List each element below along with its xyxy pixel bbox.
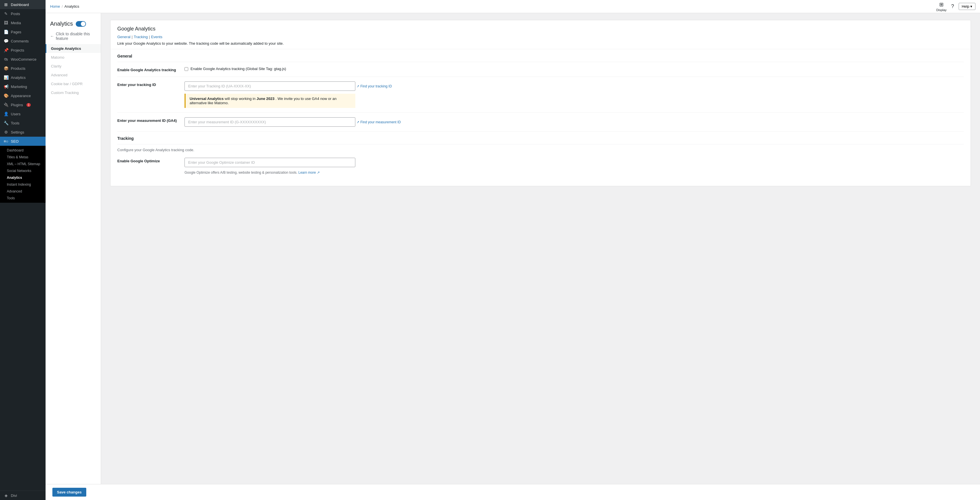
find-tracking-id-link[interactable]: ↗ Find your tracking ID [356, 84, 392, 88]
plugins-badge: 1 [27, 103, 31, 107]
seo-submenu-item-dashboard[interactable]: Dashboard [0, 147, 46, 154]
enable-ga-checkbox[interactable] [185, 67, 188, 71]
external-link-icon: ↗ [356, 84, 359, 88]
seo-submenu-item-titles[interactable]: Titles & Metas [0, 154, 46, 161]
tools-icon: 🔧 [3, 121, 8, 125]
card-body: General Enable Google Analytics tracking… [110, 49, 970, 186]
breadcrumb-current: Analytics [64, 4, 79, 8]
sidebar-bottom: ◈ Divi [0, 490, 46, 500]
measurement-id-input[interactable] [185, 117, 355, 127]
sub-nav-google-analytics[interactable]: Google Analytics [46, 44, 101, 53]
sidebar-item-pages[interactable]: 📄 Pages [0, 27, 46, 37]
save-changes-button[interactable]: Save changes [52, 488, 86, 497]
tracking-id-field: ↗ Find your tracking ID Universal Analyt… [185, 81, 964, 108]
card-header: Google Analytics General | Tracking | Ev… [110, 20, 970, 49]
seo-submenu: Dashboard Titles & Metas XML – HTML Site… [0, 146, 46, 203]
sidebar-item-settings[interactable]: ⚙ Settings [0, 127, 46, 137]
find-measurement-id-link[interactable]: ↗ Find your measurement ID [356, 120, 401, 124]
sidebar-item-analytics[interactable]: 📊 Analytics [0, 73, 46, 82]
woocommerce-icon: 🛍 [3, 57, 8, 62]
sub-nav-custom-tracking: Custom Tracking [46, 88, 101, 97]
sidebar-item-products[interactable]: 📦 Products [0, 64, 46, 73]
feature-toggle[interactable] [76, 21, 86, 27]
google-optimize-field: Google Optimize offers A/B testing, webs… [185, 158, 964, 175]
tab-sep-1: | [132, 35, 132, 39]
sidebar-item-woocommerce[interactable]: 🛍 WooCommerce [0, 55, 46, 64]
google-analytics-card: Google Analytics General | Tracking | Ev… [110, 20, 971, 186]
google-optimize-label: Enable Google Optimize [117, 158, 180, 175]
sidebar-item-appearance[interactable]: 🎨 Appearance [0, 91, 46, 100]
topbar: Home / Analytics ⊞ Display ? Help ▾ [46, 0, 980, 13]
seo-submenu-item-xml[interactable]: XML – HTML Sitemap [0, 161, 46, 167]
form-row-enable-ga: Enable Google Analytics tracking Enable … [117, 62, 964, 77]
analytics-icon: 📊 [3, 75, 8, 80]
learn-more-link[interactable]: Learn more ↗ [298, 170, 320, 175]
sidebar-item-marketing[interactable]: 📢 Marketing [0, 82, 46, 91]
tab-tracking[interactable]: Tracking [134, 35, 148, 39]
enable-ga-checkbox-row: Enable Google Analytics tracking (Global… [185, 67, 964, 71]
appearance-icon: 🎨 [3, 93, 8, 98]
seo-submenu-item-analytics[interactable]: Analytics [0, 174, 46, 181]
divi-icon: ◈ [3, 493, 8, 498]
external-link-icon-3: ↗ [317, 170, 320, 175]
enable-ga-checkbox-label[interactable]: Enable Google Analytics tracking (Global… [191, 67, 286, 71]
main-area: Home / Analytics ⊞ Display ? Help ▾ Anal… [46, 0, 980, 500]
ua-warning-box: Universal Analytics will stop working in… [185, 94, 355, 108]
sidebar-item-dashboard[interactable]: ⊞ Dashboard [0, 0, 46, 9]
sidebar-item-comments[interactable]: 💬 Comments [0, 37, 46, 46]
breadcrumb: Home / Analytics [50, 4, 79, 8]
page-title-section: Analytics [46, 18, 101, 32]
seo-submenu-item-advanced[interactable]: Advanced [0, 188, 46, 195]
arrow-left-icon: ← [50, 34, 54, 38]
sidebar-item-media[interactable]: 🖼 Media [0, 18, 46, 27]
disable-hint: ← Click to disable this feature [46, 32, 101, 44]
tracking-description: Configure your Google Analytics tracking… [117, 144, 964, 153]
plugins-icon: 🔌 [3, 102, 8, 107]
form-row-tracking-id: Enter your tracking ID ↗ Find your track… [117, 77, 964, 113]
help-button[interactable]: Help ▾ [959, 3, 975, 10]
seo-submenu-item-social[interactable]: Social Networks [0, 167, 46, 174]
sidebar-item-projects[interactable]: 📌 Projects [0, 46, 46, 55]
enable-ga-field: Enable Google Analytics tracking (Global… [185, 67, 964, 72]
sidebar-item-plugins[interactable]: 🔌 Plugins 1 [0, 100, 46, 109]
tab-events[interactable]: Events [151, 35, 162, 39]
sidebar-item-posts[interactable]: ✎ Posts [0, 9, 46, 18]
seo-submenu-item-instant-indexing[interactable]: Instant Indexing [0, 181, 46, 188]
display-icon: ⊞ [939, 2, 943, 8]
card-tabs: General | Tracking | Events [117, 35, 964, 39]
display-button[interactable]: ⊞ Display [936, 2, 947, 12]
sub-nav-cookie-bar: Cookie bar / GDPR [46, 80, 101, 88]
sub-nav-matomo: Matomo [46, 53, 101, 62]
google-optimize-input[interactable] [185, 158, 355, 167]
sidebar-item-divi[interactable]: ◈ Divi [0, 491, 46, 500]
form-row-measurement-id: Enter your measurement ID (GA4) ↗ Find y… [117, 113, 964, 132]
footer-bar: Save changes [46, 484, 980, 500]
seo-icon: ≡○ [3, 139, 8, 143]
sub-nav: Google Analytics Matomo Clarity Advanced… [46, 44, 101, 97]
sidebar-item-seo[interactable]: ≡○ SEO [0, 137, 46, 146]
sidebar: ⊞ Dashboard ✎ Posts 🖼 Media 📄 Pages 💬 Co… [0, 0, 46, 500]
content-area: Analytics ← Click to disable this featur… [46, 13, 980, 484]
sidebar-item-tools[interactable]: 🔧 Tools [0, 118, 46, 127]
marketing-icon: 📢 [3, 84, 8, 89]
warning-text-1: will stop working in [224, 97, 256, 101]
main-panel: Google Analytics General | Tracking | Ev… [101, 13, 980, 484]
tracking-id-input[interactable] [185, 81, 355, 91]
measurement-id-field: ↗ Find your measurement ID [185, 117, 964, 127]
seo-submenu-item-tools[interactable]: Tools [0, 195, 46, 202]
breadcrumb-home[interactable]: Home [50, 4, 60, 8]
help-circle-icon: ? [951, 3, 954, 10]
posts-icon: ✎ [3, 11, 8, 16]
card-description: Link your Google Analytics to your websi… [117, 41, 964, 46]
measurement-id-label: Enter your measurement ID (GA4) [117, 117, 180, 127]
enable-ga-label: Enable Google Analytics tracking [117, 67, 180, 72]
help-icon-button[interactable]: ? [951, 3, 954, 10]
tab-sep-2: | [149, 35, 150, 39]
projects-icon: 📌 [3, 48, 8, 53]
tab-general[interactable]: General [117, 35, 130, 39]
sidebar-item-users[interactable]: 👤 Users [0, 109, 46, 118]
google-optimize-subtext: Google Optimize offers A/B testing, webs… [185, 169, 964, 175]
products-icon: 📦 [3, 66, 8, 71]
section-general-title: General [117, 49, 964, 62]
comments-icon: 💬 [3, 39, 8, 43]
